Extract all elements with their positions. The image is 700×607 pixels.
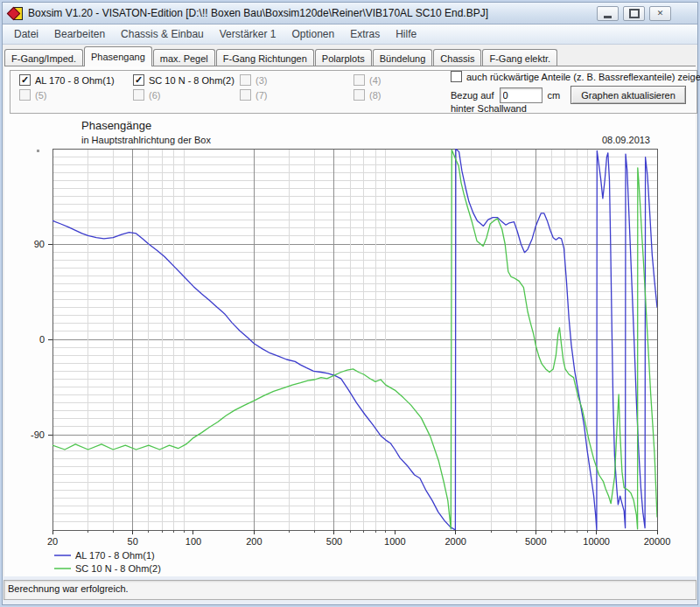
status-text: Berechnung war erfolgreich. bbox=[8, 583, 129, 594]
menu-item-hilfe[interactable]: Hilfe bbox=[388, 25, 424, 43]
legend-label: AL 170 - 8 Ohm(1) bbox=[75, 550, 155, 561]
menu-item-datei[interactable]: Datei bbox=[6, 25, 46, 43]
x-axis-tick-label: 5000 bbox=[525, 536, 546, 547]
menu-item-bearbeiten[interactable]: Bearbeiten bbox=[46, 25, 113, 43]
curve-checkbox-label: (3) bbox=[256, 75, 267, 86]
tab-f-gang-elektr-[interactable]: F-Gang elektr. bbox=[482, 49, 557, 66]
x-axis-tick-label: 500 bbox=[326, 536, 342, 547]
x-axis-tick-label: 200 bbox=[246, 536, 262, 547]
title-bar[interactable]: Boxsim V1.20 - VISATON-Edition [D:\!! Bo… bbox=[3, 3, 697, 24]
menu-item-extras[interactable]: Extras bbox=[342, 25, 388, 43]
x-axis-tick-label: 20000 bbox=[644, 536, 671, 547]
tab-max-pegel[interactable]: max. Pegel bbox=[153, 49, 215, 66]
checkbox-unchecked-icon bbox=[240, 89, 251, 101]
status-field: Berechnung war erfolgreich. bbox=[4, 580, 696, 600]
tab-page: ✓AL 170 - 8 Ohm(1)✓SC 10 N - 8 Ohm(2)(3)… bbox=[4, 66, 696, 581]
update-graphs-button[interactable]: Graphen aktualisieren bbox=[570, 86, 686, 104]
menu-item-chassis-einbau[interactable]: Chassis & Einbau bbox=[113, 25, 212, 43]
curve-checkbox-3: (3) bbox=[240, 74, 267, 86]
maximize-icon bbox=[629, 9, 640, 18]
x-axis-tick-label: 1000 bbox=[384, 536, 405, 547]
minimize-button[interactable] bbox=[597, 6, 619, 21]
status-bar: Berechnung war erfolgreich. bbox=[3, 576, 697, 604]
curve-checkbox-7: (7) bbox=[240, 89, 267, 101]
tab-f-gang-imped-[interactable]: F-Gang/Imped. bbox=[4, 49, 83, 66]
cm-label: cm bbox=[548, 90, 561, 101]
curve-checkbox-label: (7) bbox=[256, 90, 267, 101]
window-title: Boxsim V1.20 - VISATON-Edition [D:\!! Bo… bbox=[28, 7, 488, 19]
close-button[interactable]: ✕ bbox=[649, 6, 671, 21]
app-icon bbox=[9, 6, 23, 20]
curve-checkbox-label: (4) bbox=[369, 75, 381, 86]
curve-checkbox-6: (6) bbox=[133, 89, 160, 101]
chart-title: Phasengänge bbox=[81, 119, 151, 132]
x-axis-tick-label: 100 bbox=[186, 536, 201, 547]
x-axis-tick-label: 10000 bbox=[583, 536, 610, 547]
application-window: Boxsim V1.20 - VISATON-Edition [D:\!! Bo… bbox=[0, 0, 700, 607]
tab-phasengang[interactable]: Phasengang bbox=[84, 46, 152, 66]
menu-item-optionen[interactable]: Optionen bbox=[284, 25, 342, 43]
x-axis-tick-label: 2000 bbox=[444, 536, 466, 547]
tab-strip: F-Gang/Imped.Phasengangmax. PegelF-Gang … bbox=[4, 46, 696, 66]
close-icon: ✕ bbox=[657, 10, 664, 17]
x-axis-tick-label: 20 bbox=[47, 536, 58, 547]
bezug-input[interactable] bbox=[500, 87, 542, 103]
curve-checkbox-label: (8) bbox=[369, 90, 381, 101]
checkbox-unchecked-icon bbox=[19, 89, 31, 101]
menu-item-verst-rker-1[interactable]: Verstärker 1 bbox=[212, 25, 284, 43]
checkbox-unchecked-icon bbox=[240, 74, 251, 86]
maximize-button[interactable] bbox=[623, 6, 645, 21]
curve-checkbox-label: SC 10 N - 8 Ohm(2) bbox=[149, 75, 234, 86]
tab-chassis[interactable]: Chassis bbox=[433, 49, 481, 66]
chart-subtitle: in Hauptstrahlrichtung der Box bbox=[81, 135, 211, 145]
bezug-auf-label: Bezug auf bbox=[451, 90, 494, 101]
tab-f-gang-richtungen[interactable]: F-Gang Richtungen bbox=[216, 49, 314, 66]
hinter-schallwand-label: hinter Schallwand bbox=[451, 103, 527, 114]
y-axis-tick-label: 90 bbox=[34, 239, 45, 249]
checkbox-icon[interactable] bbox=[451, 71, 462, 82]
x-axis-tick-label: 50 bbox=[128, 536, 138, 547]
tab-polarplots[interactable]: Polarplots bbox=[315, 49, 372, 66]
curve-checkbox-5: (5) bbox=[19, 89, 46, 101]
legend-label: SC 10 N - 8 Ohm(2) bbox=[75, 563, 161, 574]
menu-bar: DateiBearbeitenChassis & EinbauVerstärke… bbox=[3, 24, 697, 45]
checkbox-unchecked-icon bbox=[133, 89, 144, 101]
checkbox-checked-icon[interactable]: ✓ bbox=[133, 74, 144, 86]
curve-checkbox-2[interactable]: ✓SC 10 N - 8 Ohm(2) bbox=[133, 74, 234, 86]
rear-portions-checkbox[interactable]: auch rückwärtige Anteile (z. B. Bassrefl… bbox=[451, 71, 700, 82]
window-frame: Boxsim V1.20 - VISATON-Edition [D:\!! Bo… bbox=[2, 2, 698, 605]
y-axis-tick-label: 0 bbox=[39, 334, 45, 345]
curve-checkbox-4: (4) bbox=[354, 74, 381, 86]
curve-checkbox-label: (6) bbox=[149, 90, 160, 101]
y-axis-tick-label: -90 bbox=[31, 429, 45, 440]
checkbox-unchecked-icon bbox=[354, 89, 365, 101]
curve-checkbox-1[interactable]: ✓AL 170 - 8 Ohm(1) bbox=[19, 74, 115, 86]
tab-b-ndelung[interactable]: Bündelung bbox=[373, 49, 433, 66]
curve-checkbox-label: AL 170 - 8 Ohm(1) bbox=[35, 75, 115, 86]
minimize-icon bbox=[604, 13, 612, 18]
curve-checkbox-label: (5) bbox=[35, 90, 46, 101]
checkbox-checked-icon[interactable]: ✓ bbox=[19, 74, 31, 86]
checkbox-unchecked-icon bbox=[354, 74, 365, 86]
phase-chart: 900-902050100200500100020005000100002000… bbox=[4, 145, 700, 600]
chart-date: 08.09.2013 bbox=[602, 135, 650, 145]
curve-checkbox-8: (8) bbox=[354, 89, 381, 101]
